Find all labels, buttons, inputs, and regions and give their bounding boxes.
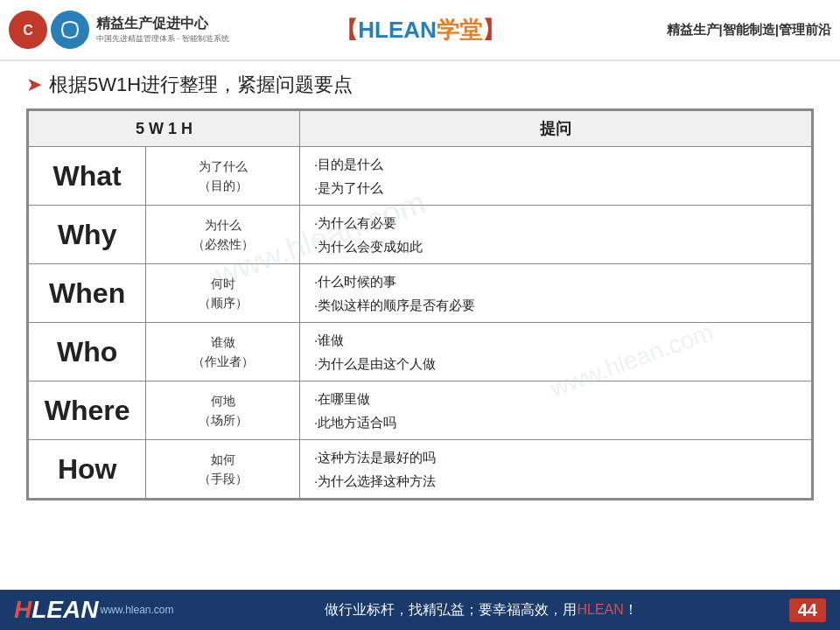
header: C 精益生产促进中心 中国先进精益管理体系 · 智能制造系统 【HLEAN学堂】… (0, 0, 840, 61)
desc-where: 何地（场所） (146, 382, 300, 440)
5w1h-table-wrapper: 5 W 1 H 提问 What为了什么（目的）·目的是什么·是为了什么Why为什… (26, 108, 814, 500)
table-row: Why为什么（必然性）·为什么有必要·为什么会变成如此 (29, 206, 812, 264)
question-2: ·类似这样的顺序是否有必要 (314, 293, 797, 317)
table-row: How如何（手段）·这种方法是最好的吗·为什么选择这种方法 (29, 440, 812, 499)
col-5w1h-header: 5 W 1 H (29, 111, 300, 147)
footer-logo: HLEAN (14, 596, 98, 624)
table-row: What为了什么（目的）·目的是什么·是为了什么 (29, 147, 812, 206)
question-2: ·为什么会变成如此 (314, 234, 797, 258)
desc-when: 何时（顺序） (146, 264, 300, 323)
footer-logo-lean: LEAN (32, 596, 98, 624)
bracket-left: 【 (335, 17, 358, 43)
questions-when: ·什么时候的事·类似这样的顺序是否有必要 (300, 264, 812, 323)
question-2: ·为什么选择这种方法 (314, 469, 797, 493)
header-logo: C 精益生产促进中心 中国先进精益管理体系 · 智能制造系统 (9, 10, 236, 49)
5w1h-table: 5 W 1 H 提问 What为了什么（目的）·目的是什么·是为了什么Why为什… (28, 110, 812, 499)
bracket-right: 】 (482, 17, 505, 43)
desc-how: 如何（手段） (146, 440, 300, 499)
logo-text-sub: 中国先进精益管理体系 · 智能制造系统 (96, 33, 229, 45)
questions-who: ·谁做·为什么是由这个人做 (300, 323, 812, 382)
table-row: Who谁做（作业者）·谁做·为什么是由这个人做 (29, 323, 812, 382)
footer-page-number: 44 (789, 598, 826, 622)
main-content: ➤ 根据5W1H进行整理，紧握问题要点 5 W 1 H 提问 What为了什么（… (0, 61, 840, 508)
footer: HLEAN www.hlean.com 做行业标杆，找精弘益；要幸福高效，用HL… (0, 590, 840, 630)
desc-why: 为什么（必然性） (146, 206, 300, 264)
keyword-who: Who (29, 323, 146, 382)
question-2: ·是为了什么 (314, 176, 797, 200)
logo-text-block: 精益生产促进中心 中国先进精益管理体系 · 智能制造系统 (96, 15, 229, 45)
desc-what: 为了什么（目的） (146, 147, 300, 206)
header-right: 精益生产|智能制造|管理前沿 (604, 22, 831, 38)
footer-slogan: 做行业标杆，找精弘益；要幸福高效，用HLEAN！ (174, 601, 789, 620)
col-tiqian-header: 提问 (300, 111, 812, 147)
footer-url: www.hlean.com (100, 604, 173, 616)
header-title: 【HLEAN学堂】 (335, 17, 505, 43)
question-1: ·谁做 (314, 328, 797, 352)
keyword-what: What (29, 147, 146, 206)
keyword-why: Why (29, 206, 146, 264)
table-row: Where何地（场所）·在哪里做·此地方适合吗 (29, 382, 812, 440)
questions-why: ·为什么有必要·为什么会变成如此 (300, 206, 812, 264)
questions-what: ·目的是什么·是为了什么 (300, 147, 812, 206)
section-arrow: ➤ (26, 74, 42, 96)
question-2: ·为什么是由这个人做 (314, 352, 797, 375)
keyword-when: When (29, 264, 146, 323)
keyword-how: How (29, 440, 146, 499)
desc-who: 谁做（作业者） (146, 323, 300, 382)
footer-slogan-text: 做行业标杆，找精弘益；要幸福高效，用HLEAN！ (325, 602, 637, 617)
keyword-where: Where (29, 382, 146, 440)
header-center: 【HLEAN学堂】 (236, 15, 604, 46)
hlean-text: HLEAN (358, 17, 437, 43)
logo-red-circle: C (9, 10, 47, 49)
xtd-text: 学堂 (437, 17, 482, 43)
question-2: ·此地方适合吗 (314, 410, 797, 434)
question-1: ·这种方法是最好的吗 (314, 445, 797, 469)
section-title-text: 根据5W1H进行整理，紧握问题要点 (49, 72, 353, 98)
svg-text:C: C (23, 23, 33, 38)
question-1: ·什么时候的事 (314, 270, 797, 293)
svg-point-2 (56, 16, 84, 44)
logo-blue-circle (51, 10, 89, 49)
footer-hlean-highlight: HLEAN (577, 602, 623, 617)
logo-text-main: 精益生产促进中心 (96, 15, 229, 33)
question-1: ·目的是什么 (314, 152, 797, 176)
section-title: ➤ 根据5W1H进行整理，紧握问题要点 (26, 72, 814, 98)
table-header-row: 5 W 1 H 提问 (29, 111, 812, 147)
footer-logo-h: H (14, 596, 32, 624)
question-1: ·在哪里做 (314, 387, 797, 410)
header-right-text: 精益生产|智能制造|管理前沿 (667, 22, 831, 37)
questions-how: ·这种方法是最好的吗·为什么选择这种方法 (300, 440, 812, 499)
question-1: ·为什么有必要 (314, 211, 797, 234)
table-row: When何时（顺序）·什么时候的事·类似这样的顺序是否有必要 (29, 264, 812, 323)
questions-where: ·在哪里做·此地方适合吗 (300, 382, 812, 440)
